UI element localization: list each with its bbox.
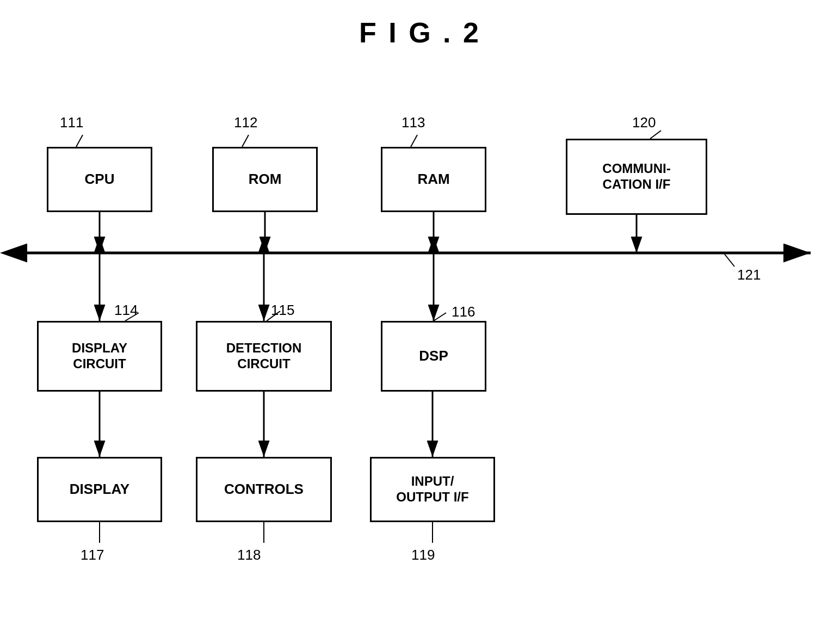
ref-120: 120 xyxy=(632,114,656,131)
svg-line-17 xyxy=(434,313,446,321)
comm-if-label: COMMUNI-CATION I/F xyxy=(602,161,670,193)
svg-line-23 xyxy=(411,135,417,147)
rom-label: ROM xyxy=(249,171,282,188)
ref-111: 111 xyxy=(60,114,83,131)
dsp-box: DSP xyxy=(381,321,486,392)
ref-117: 117 xyxy=(81,547,104,563)
ram-label: RAM xyxy=(417,171,449,188)
display-box: DISPLAY xyxy=(37,457,162,522)
ref-116: 116 xyxy=(452,303,475,320)
detection-circuit-label: DETECTIONCIRCUIT xyxy=(226,340,302,372)
display-label: DISPLAY xyxy=(70,481,129,498)
input-output-if-box: INPUT/OUTPUT I/F xyxy=(370,457,495,522)
display-circuit-label: DISPLAYCIRCUIT xyxy=(72,340,127,372)
diagram-container: F I G . 2 xyxy=(0,0,840,638)
dsp-label: DSP xyxy=(419,348,448,364)
ref-113: 113 xyxy=(402,114,425,131)
diagram-svg xyxy=(0,0,840,638)
svg-line-22 xyxy=(242,135,249,147)
detection-circuit-box: DETECTIONCIRCUIT xyxy=(196,321,332,392)
figure-title: F I G . 2 xyxy=(0,0,840,49)
cpu-label: CPU xyxy=(85,171,115,188)
svg-line-21 xyxy=(76,135,83,147)
input-output-if-label: INPUT/OUTPUT I/F xyxy=(396,474,468,505)
ref-118: 118 xyxy=(237,547,261,563)
display-circuit-box: DISPLAYCIRCUIT xyxy=(37,321,162,392)
rom-box: ROM xyxy=(212,147,318,212)
svg-line-24 xyxy=(650,131,661,139)
controls-box: CONTROLS xyxy=(196,457,332,522)
cpu-box: CPU xyxy=(47,147,152,212)
ref-115: 115 xyxy=(271,302,294,319)
ref-119: 119 xyxy=(411,547,435,563)
controls-label: CONTROLS xyxy=(224,481,304,498)
ref-112: 112 xyxy=(234,114,257,131)
ref-121: 121 xyxy=(737,267,761,283)
ref-114: 114 xyxy=(114,302,138,319)
comm-if-box: COMMUNI-CATION I/F xyxy=(566,139,707,215)
svg-line-14 xyxy=(724,253,734,267)
ram-box: RAM xyxy=(381,147,486,212)
